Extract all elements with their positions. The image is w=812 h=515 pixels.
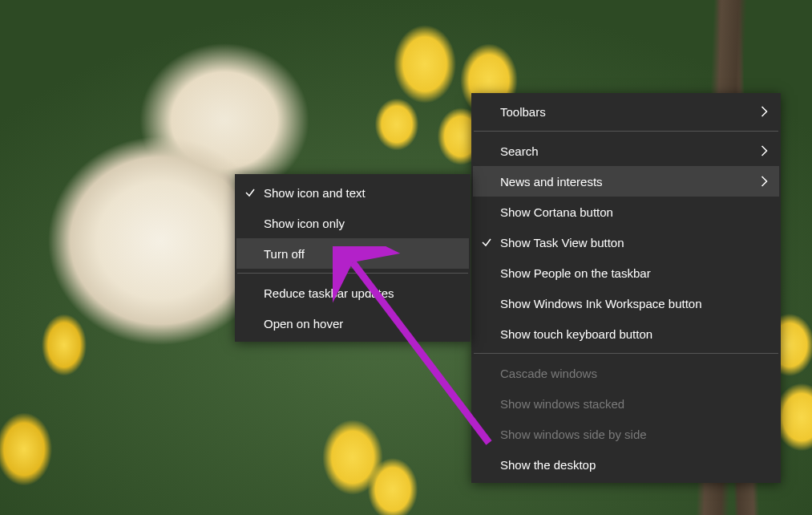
menu-item-show-cortana[interactable]: Show Cortana button — [473, 197, 779, 227]
menu-item-label: Show touch keyboard button — [500, 327, 753, 341]
submenu-item-open-on-hover[interactable]: Open on hover — [236, 308, 469, 339]
menu-item-cascade: Cascade windows — [473, 358, 779, 388]
menu-item-show-touch-kb[interactable]: Show touch keyboard button — [473, 318, 779, 349]
menu-item-label: Show icon only — [264, 217, 458, 230]
menu-item-label: Show windows stacked — [500, 397, 753, 411]
submenu-item-reduce-updates[interactable]: Reduce taskbar updates — [236, 278, 469, 308]
taskbar-context-menu: Toolbars Search News and interests Show … — [471, 93, 781, 483]
menu-item-label: Show Task View button — [500, 236, 753, 249]
menu-item-show-people[interactable]: Show People on the taskbar — [473, 258, 779, 288]
submenu-item-show-icon-text[interactable]: Show icon and text — [236, 177, 469, 208]
menu-item-label: News and interests — [500, 175, 753, 189]
menu-item-label: Turn off — [264, 247, 458, 261]
submenu-chevron-icon — [753, 176, 768, 187]
menu-item-label: Toolbars — [500, 105, 753, 119]
menu-item-show-taskview[interactable]: Show Task View button — [473, 227, 779, 258]
submenu-item-turn-off[interactable]: Turn off — [236, 238, 469, 269]
checkmark-icon — [473, 237, 500, 248]
menu-item-label: Show Cortana button — [500, 205, 753, 219]
menu-item-label: Show the desktop — [500, 458, 753, 472]
menu-item-label: Reduce taskbar updates — [264, 286, 458, 300]
menu-item-label: Search — [500, 144, 753, 158]
menu-item-label: Show People on the taskbar — [500, 266, 753, 280]
menu-item-show-ink[interactable]: Show Windows Ink Workspace button — [473, 288, 779, 318]
menu-item-search[interactable]: Search — [473, 136, 779, 166]
menu-separator — [237, 273, 468, 274]
menu-item-toolbars[interactable]: Toolbars — [473, 96, 779, 127]
news-interests-submenu: Show icon and text Show icon only Turn o… — [235, 174, 471, 342]
menu-item-label: Open on hover — [264, 317, 458, 330]
menu-item-label: Show icon and text — [264, 186, 458, 200]
menu-item-stacked: Show windows stacked — [473, 388, 779, 419]
menu-item-news-interests[interactable]: News and interests — [473, 166, 779, 197]
submenu-chevron-icon — [753, 145, 768, 156]
submenu-chevron-icon — [753, 106, 768, 117]
menu-item-label: Show windows side by side — [500, 428, 753, 441]
checkmark-icon — [236, 187, 264, 198]
menu-item-show-desktop[interactable]: Show the desktop — [473, 449, 779, 480]
menu-item-label: Cascade windows — [500, 367, 753, 380]
menu-item-label: Show Windows Ink Workspace button — [500, 297, 753, 310]
submenu-item-show-icon-only[interactable]: Show icon only — [236, 208, 469, 238]
menu-separator — [474, 353, 778, 354]
menu-separator — [474, 131, 778, 132]
menu-item-side-by-side: Show windows side by side — [473, 419, 779, 449]
